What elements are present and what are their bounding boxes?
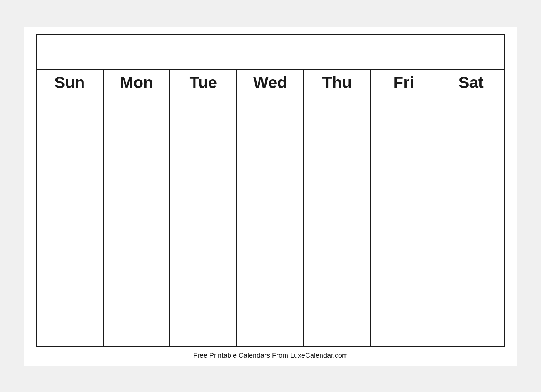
table-row[interactable] [437,96,504,146]
table-row[interactable] [170,146,237,196]
table-row[interactable] [371,196,438,246]
header-mon: Mon [104,70,170,96]
table-row[interactable] [237,146,304,196]
table-row[interactable] [170,246,237,296]
table-row[interactable] [37,146,104,196]
calendar-body [37,96,504,346]
header-sat: Sat [437,70,504,96]
table-row[interactable] [371,96,438,146]
header-tue: Tue [170,70,237,96]
table-row[interactable] [437,196,504,246]
table-row[interactable] [37,296,104,346]
table-row[interactable] [104,246,170,296]
table-row[interactable] [437,146,504,196]
table-row[interactable] [237,246,304,296]
table-row[interactable] [437,246,504,296]
header-thu: Thu [304,70,371,96]
table-row[interactable] [37,96,104,146]
table-row[interactable] [304,196,371,246]
header-sun: Sun [37,70,104,96]
table-row[interactable] [371,246,438,296]
header-wed: Wed [237,70,304,96]
table-row[interactable] [304,96,371,146]
table-row[interactable] [170,296,237,346]
table-row[interactable] [237,296,304,346]
table-row[interactable] [237,196,304,246]
header-fri: Fri [371,70,438,96]
table-row[interactable] [104,196,170,246]
table-row[interactable] [37,246,104,296]
table-row[interactable] [304,296,371,346]
calendar-container: Sun Mon Tue Wed Thu Fri Sat [36,34,505,347]
table-row[interactable] [170,196,237,246]
table-row[interactable] [170,96,237,146]
table-row[interactable] [304,246,371,296]
table-row[interactable] [371,296,438,346]
table-row[interactable] [237,96,304,146]
footer-text: Free Printable Calendars From LuxeCalend… [36,347,505,362]
calendar-title-row [37,35,504,70]
table-row[interactable] [37,196,104,246]
table-row[interactable] [104,146,170,196]
table-row[interactable] [371,146,438,196]
page-wrapper: Sun Mon Tue Wed Thu Fri Sat [24,27,517,366]
table-row[interactable] [104,296,170,346]
calendar-header-row: Sun Mon Tue Wed Thu Fri Sat [37,70,504,96]
table-row[interactable] [437,296,504,346]
table-row[interactable] [304,146,371,196]
table-row[interactable] [104,96,170,146]
